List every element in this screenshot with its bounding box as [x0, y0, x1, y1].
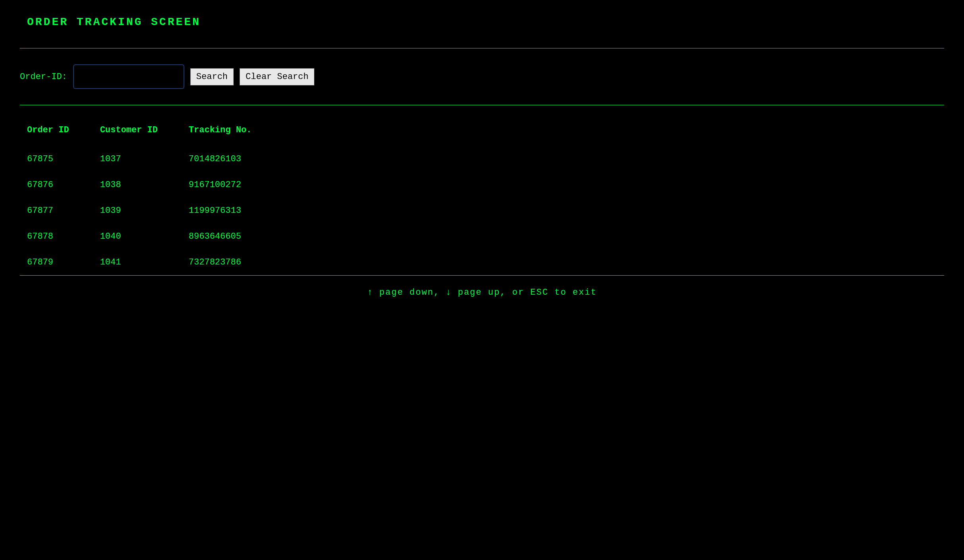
cell-tracking-no: 9167100272 — [182, 172, 275, 198]
search-label: Order-ID: — [20, 72, 67, 82]
page-title: ORDER TRACKING SCREEN — [20, 16, 944, 28]
cell-order-id: 67875 — [20, 146, 93, 172]
cell-order-id: 67877 — [20, 198, 93, 224]
search-button[interactable]: Search — [190, 68, 234, 85]
cell-tracking-no: 8963646605 — [182, 224, 275, 249]
col-customer-id: Customer ID — [93, 117, 182, 146]
order-table-wrap: Order ID Customer ID Tracking No. 678751… — [20, 117, 944, 275]
col-order-id: Order ID — [20, 117, 93, 146]
cell-customer-id: 1041 — [93, 249, 182, 275]
cell-customer-id: 1040 — [93, 224, 182, 249]
search-row: Order-ID: Search Clear Search — [20, 48, 944, 105]
footer-hint: ↑ page down, ↓ page up, or ESC to exit — [20, 288, 944, 297]
divider-bottom — [20, 275, 944, 276]
order-id-input[interactable] — [73, 64, 184, 89]
cell-order-id: 67878 — [20, 224, 93, 249]
col-tracking-no: Tracking No. — [182, 117, 275, 146]
clear-search-button[interactable]: Clear Search — [240, 68, 314, 85]
table-header-row: Order ID Customer ID Tracking No. — [20, 117, 275, 146]
cell-tracking-no: 1199976313 — [182, 198, 275, 224]
table-row: 6787710391199976313 — [20, 198, 275, 224]
cell-tracking-no: 7014826103 — [182, 146, 275, 172]
table-row: 6787910417327823786 — [20, 249, 275, 275]
cell-order-id: 67876 — [20, 172, 93, 198]
cell-customer-id: 1037 — [93, 146, 182, 172]
cell-tracking-no: 7327823786 — [182, 249, 275, 275]
table-row: 6787510377014826103 — [20, 146, 275, 172]
table-row: 6787610389167100272 — [20, 172, 275, 198]
cell-customer-id: 1039 — [93, 198, 182, 224]
cell-customer-id: 1038 — [93, 172, 182, 198]
divider-mid — [20, 105, 944, 105]
cell-order-id: 67879 — [20, 249, 93, 275]
order-table: Order ID Customer ID Tracking No. 678751… — [20, 117, 275, 275]
table-row: 6787810408963646605 — [20, 224, 275, 249]
